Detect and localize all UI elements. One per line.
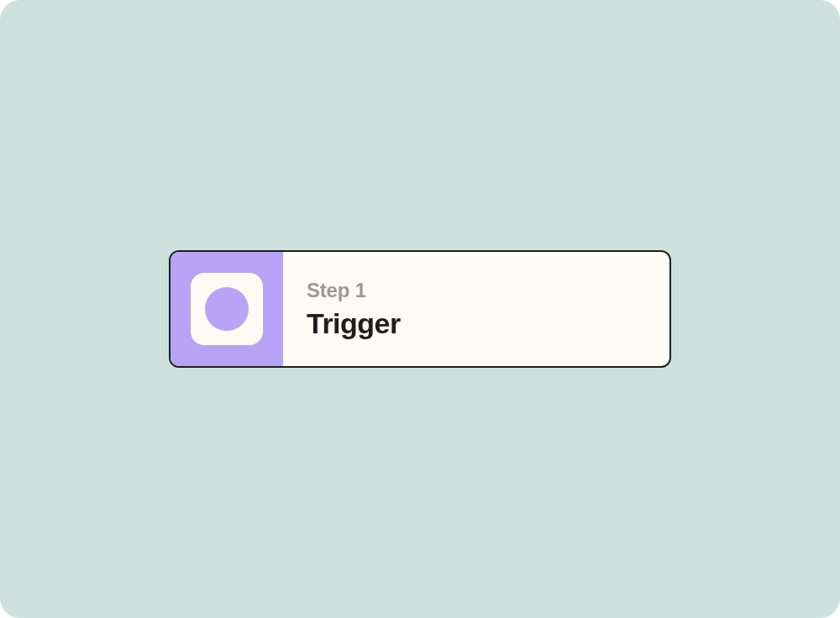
step-icon-tile bbox=[191, 273, 263, 345]
step-icon-panel bbox=[171, 252, 283, 366]
step-text-panel: Step 1 Trigger bbox=[283, 252, 669, 366]
step-card[interactable]: Step 1 Trigger bbox=[169, 250, 671, 368]
step-label: Step 1 bbox=[307, 279, 669, 302]
circle-icon bbox=[205, 287, 249, 331]
canvas-background: Step 1 Trigger bbox=[0, 0, 840, 618]
step-title: Trigger bbox=[307, 307, 669, 340]
